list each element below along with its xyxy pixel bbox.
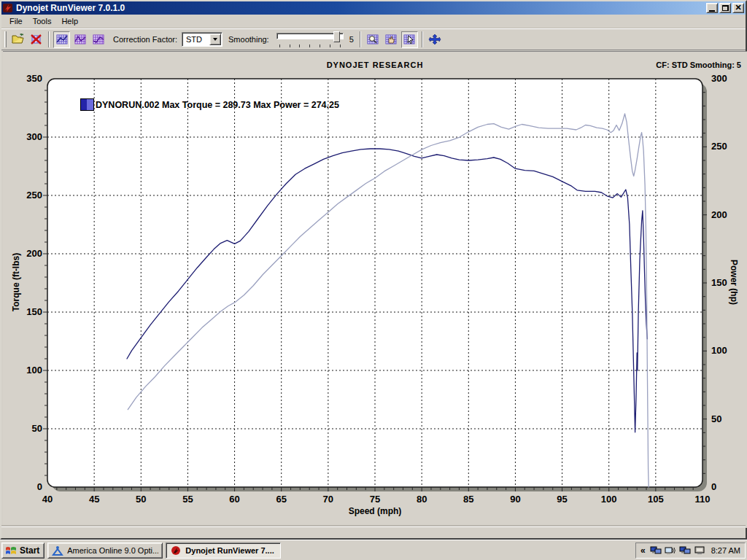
display-icon[interactable] [694,545,705,556]
network-icon[interactable] [650,545,662,556]
wireless-audio-icon[interactable] [665,545,676,556]
torque-tick-label: 350 [10,73,42,84]
x-tick-label: 55 [174,494,201,505]
torque-tick-label: 200 [10,248,42,259]
zoom-graph-button[interactable] [365,31,382,48]
run-color-swatch [80,98,94,111]
power-tick-label: 0 [711,481,743,492]
statusbar [1,526,746,538]
torque-tick-label: 0 [10,481,42,492]
speed-axis-title: Speed (mph) [302,506,448,516]
toolbar-separator [422,31,423,47]
torque-tick-label: 100 [10,365,42,376]
minimize-button[interactable] [706,3,718,13]
x-tick-label: 65 [268,494,295,505]
dynojet-app-icon [3,3,13,13]
titlebar: Dynojet RunViewer 7.0.1.0 ✕ [1,1,746,15]
x-tick-label: 75 [362,494,388,505]
system-tray: « 8:27 AM [635,542,746,559]
graph-mode-2-icon [74,34,87,45]
task-label: America Online 9.0 Opti... [67,546,158,555]
graph-mode-2-button[interactable] [71,31,88,48]
torque-tick-label: 250 [10,190,42,201]
close-run-button[interactable] [28,31,44,48]
graph-mode-1-button[interactable] [53,31,70,48]
aol-icon [52,545,63,556]
smoothing-label: Smoothing: [228,35,269,44]
correction-factor-value: STD [182,35,209,44]
toolbar: Correction Factor: STD Smoothing: 5 [1,28,746,50]
x-tick-label: 60 [222,494,248,505]
x-tick-label: 50 [128,494,154,505]
task-button-dynojet[interactable]: Dynojet RunViewer 7.... [166,542,281,559]
select-graph-icon [403,34,416,45]
power-tick-label: 200 [711,209,743,220]
x-tick-label: 95 [549,494,576,505]
slider-thumb[interactable] [333,31,340,42]
toolbar-separator [360,31,361,47]
graph-mode-3-icon [92,34,105,45]
power-tick-label: 100 [711,345,743,356]
fit-axes-button[interactable] [427,31,444,48]
task-label: Dynojet RunViewer 7.... [185,546,274,555]
open-run-button[interactable] [9,31,26,48]
dynojet-task-icon [170,545,182,556]
chart-area: DYNOJET RESEARCH CF: STD Smoothing: 5 DY… [3,51,747,528]
smoothing-value: 5 [349,35,354,44]
fit-axes-icon [428,34,441,45]
start-label: Start [20,545,39,556]
run-legend: DYNORUN.002 Max Torque = 289.73 Max Powe… [80,98,339,111]
x-tick-label: 85 [455,494,481,505]
run-legend-text: DYNORUN.002 Max Torque = 289.73 Max Powe… [96,100,339,110]
network-2-icon[interactable] [679,545,691,556]
correction-factor-label: Correction Factor: [113,35,177,44]
start-button[interactable]: Start [1,542,44,559]
close-run-icon [30,34,43,45]
pan-graph-button[interactable] [383,31,400,48]
toolbar-gripper[interactable] [4,31,7,47]
slider-ticks [279,44,341,47]
close-icon: ✕ [735,4,741,12]
correction-factor-select[interactable]: STD [182,32,222,47]
x-tick-label: 80 [409,494,435,505]
menu-tools[interactable]: Tools [28,15,57,27]
restore-icon [722,5,729,11]
x-tick-label: 70 [315,494,341,505]
torque-tick-label: 50 [10,423,42,434]
torque-axis-title: Torque (ft-lbs) [11,224,21,341]
power-tick-label: 50 [711,413,743,424]
x-tick-label: 100 [596,494,622,505]
app-window: Dynojet RunViewer 7.0.1.0 ✕ File Tools H… [0,0,747,540]
menubar: File Tools Help [1,15,746,28]
taskbar: Start America Online 9.0 Opti... Dynojet… [0,540,747,560]
select-graph-button[interactable] [401,31,418,48]
taskbar-clock: 8:27 AM [711,546,740,555]
task-button-aol[interactable]: America Online 9.0 Opti... [47,542,163,559]
toolbar-separator [48,31,50,47]
menu-help[interactable]: Help [56,15,83,27]
minimize-icon [709,10,715,12]
power-tick-label: 250 [711,141,743,152]
close-button[interactable]: ✕ [732,3,744,13]
dyno-plot[interactable] [3,52,747,528]
torque-tick-label: 150 [10,306,42,317]
restore-button[interactable] [719,3,731,13]
pan-graph-icon [384,34,398,45]
x-tick-label: 45 [81,494,107,505]
torque-tick-label: 300 [10,131,42,142]
combo-drop-button[interactable] [209,34,221,45]
power-tick-label: 300 [711,73,743,84]
menu-file[interactable]: File [4,15,28,27]
open-run-icon [12,34,25,45]
tray-chevron-button[interactable]: « [640,546,646,555]
x-tick-label: 90 [502,494,528,505]
x-tick-label: 105 [643,494,669,505]
x-tick-label: 40 [34,494,61,505]
x-tick-label: 110 [689,494,716,505]
chevron-down-icon [213,38,217,41]
power-tick-label: 150 [711,277,743,288]
zoom-graph-icon [366,34,379,45]
smoothing-slider[interactable] [276,31,344,48]
graph-mode-3-button[interactable] [90,31,107,48]
graph-mode-1-icon [55,34,69,45]
